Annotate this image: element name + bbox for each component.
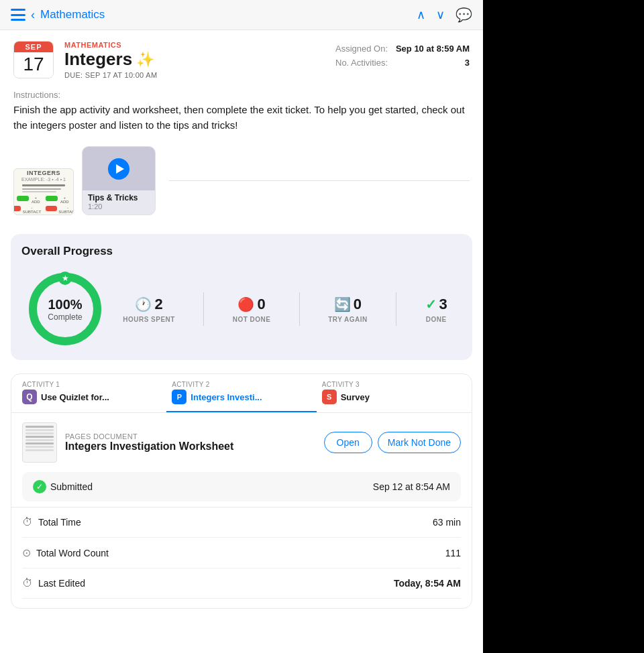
assigned-on-label: Assigned On: (335, 44, 388, 54)
nav-right: ∧ ∨ 💬 (417, 7, 472, 23)
due-date: DUE: SEP 17 AT 10:00 AM (64, 71, 325, 79)
done-value: 3 (439, 296, 447, 313)
tab-activity-2[interactable]: ACTIVITY 2 P Integers Investi... (166, 374, 316, 412)
quizlet-app-icon: Q (22, 390, 37, 404)
word-count-row: ⊙ Total Word Count 111 (22, 538, 461, 569)
total-time-icon: ⏱ (22, 516, 33, 528)
tab-3-icon-title: S Survey (322, 390, 461, 404)
activities-count-row: No. Activities: 3 (335, 58, 470, 68)
video-title: Tips & Tricks (88, 193, 150, 202)
try-again-label: TRY AGAIN (328, 316, 368, 323)
stats-row: 🕐 2 HOURS SPENT 🔴 0 NOT DONE 🔄 (109, 292, 462, 326)
hours-spent-label: HOURS SPENT (123, 316, 175, 323)
tab-2-num: ACTIVITY 2 (172, 381, 311, 388)
hours-spent-stat: 🕐 2 HOURS SPENT (123, 296, 175, 323)
activities-value: 3 (465, 58, 470, 68)
tab-activity-3[interactable]: ACTIVITY 3 S Survey (317, 374, 466, 412)
info-rows: ⏱ Total Time 63 min ⊙ Total Word Count 1… (11, 507, 472, 599)
submitted-label: Submitted (50, 481, 93, 492)
last-edited-value: Today, 8:54 AM (394, 578, 461, 589)
nav-left: ‹ Mathematics (11, 8, 105, 22)
doc-row: PAGES DOCUMENT Integers Investigation Wo… (22, 422, 461, 463)
not-done-label: NOT DONE (233, 316, 271, 323)
total-time-label: Total Time (38, 517, 81, 528)
instructions-label: Instructions: (13, 90, 470, 100)
hours-spent-value: 2 (154, 296, 162, 313)
video-thumbnail (83, 147, 155, 190)
up-chevron-icon[interactable]: ∧ (417, 7, 425, 22)
submitted-check-icon: ✓ (33, 480, 46, 493)
donut-chart: ★ 100% Complete (21, 269, 109, 349)
total-time-row: ⏱ Total Time 63 min (22, 508, 461, 538)
try-again-icon: 🔄 (334, 296, 351, 312)
tab-1-icon-title: Q Use Quizlet for... (22, 390, 161, 404)
not-done-stat: 🔴 0 NOT DONE (233, 296, 271, 323)
donut-complete-label: Complete (48, 312, 82, 322)
donut-percent: 100% (48, 297, 82, 312)
tab-3-num: ACTIVITY 3 (322, 381, 461, 388)
stat-divider-2 (299, 292, 300, 326)
word-count-label-row: ⊙ Total Word Count (22, 546, 109, 559)
integers-poster-attachment[interactable]: INTEGERS EXAMPLE: -3 • -4 • 1 + ADD + AD… (13, 168, 74, 215)
try-again-stat: 🔄 0 TRY AGAIN (328, 296, 368, 323)
calendar-icon: SEP 17 (13, 41, 54, 78)
doc-thumbnail (22, 422, 57, 463)
tab-activity-1[interactable]: ACTIVITY 1 Q Use Quizlet for... (17, 374, 166, 412)
done-label: DONE (426, 316, 447, 323)
sidebar-toggle-icon[interactable] (11, 9, 25, 21)
doc-info: PAGES DOCUMENT Integers Investigation Wo… (65, 432, 316, 453)
total-time-value: 63 min (433, 517, 461, 528)
nav-back-label[interactable]: Mathematics (40, 8, 105, 21)
submitted-time: Sep 12 at 8:54 AM (373, 481, 450, 492)
tab-1-title: Use Quizlet for... (41, 392, 109, 402)
total-time-label-row: ⏱ Total Time (22, 516, 81, 528)
calendar-day: 17 (14, 52, 53, 78)
assignment-title: Integers ✨ (64, 49, 325, 70)
down-chevron-icon[interactable]: ∨ (436, 7, 445, 22)
video-info: Tips & Tricks 1:20 (83, 190, 155, 215)
back-arrow-icon[interactable]: ‹ (31, 8, 35, 22)
try-again-value: 0 (354, 296, 362, 313)
top-nav: ‹ Mathematics ∧ ∨ 💬 (0, 0, 483, 30)
progress-title: Overall Progress (21, 245, 462, 258)
play-button-icon[interactable] (108, 158, 129, 180)
title-text: Integers (64, 49, 132, 70)
tips-tricks-video-attachment[interactable]: Tips & Tricks 1:20 (82, 146, 156, 215)
submitted-badge: ✓ Submitted (33, 480, 93, 493)
done-value-row: ✓ 3 (425, 296, 447, 313)
doc-name: Integers Investigation Worksheet (65, 440, 316, 453)
calendar-month: SEP (14, 42, 53, 52)
done-stat: ✓ 3 DONE (425, 296, 447, 323)
comment-icon[interactable]: 💬 (455, 7, 472, 23)
assignment-header: SEP 17 MATHEMATICS Integers ✨ DUE: SEP 1… (0, 30, 483, 90)
try-again-value-row: 🔄 0 (334, 296, 362, 313)
tab-2-title: Integers Investi... (191, 392, 262, 402)
stat-divider-1 (203, 292, 204, 326)
progress-content: ★ 100% Complete 🕐 2 HOURS SPENT (21, 269, 462, 349)
assigned-on-row: Assigned On: Sep 10 at 8:59 AM (335, 44, 470, 54)
not-done-icon: 🔴 (237, 296, 254, 312)
horizontal-divider (169, 180, 470, 181)
word-count-icon: ⊙ (22, 546, 31, 559)
main-panel: ‹ Mathematics ∧ ∨ 💬 SEP 17 MATHEMATICS I… (0, 0, 483, 653)
activities-tabs: ACTIVITY 1 Q Use Quizlet for... ACTIVITY… (11, 374, 472, 413)
open-button[interactable]: Open (324, 432, 372, 453)
assignment-meta: Assigned On: Sep 10 at 8:59 AM No. Activ… (335, 41, 470, 68)
stat-divider-3 (396, 292, 396, 326)
assigned-on-value: Sep 10 at 8:59 AM (396, 44, 470, 54)
sparkle-icon: ✨ (136, 51, 154, 68)
activities-label: No. Activities: (335, 58, 388, 68)
word-count-value: 111 (445, 548, 461, 558)
pages-app-icon: P (172, 390, 186, 404)
word-count-label: Total Word Count (36, 548, 109, 558)
activity-detail: PAGES DOCUMENT Integers Investigation Wo… (11, 413, 472, 608)
video-duration: 1:20 (88, 202, 150, 211)
activities-section: ACTIVITY 1 Q Use Quizlet for... ACTIVITY… (11, 373, 472, 609)
donut-center: 100% Complete (48, 297, 82, 322)
subject-label: MATHEMATICS (64, 41, 325, 49)
mark-not-done-button[interactable]: Mark Not Done (378, 432, 461, 453)
clock-icon: 🕐 (135, 296, 152, 312)
svg-text:★: ★ (62, 274, 69, 283)
doc-type: PAGES DOCUMENT (65, 432, 316, 440)
last-edited-label-row: ⏱ Last Edited (22, 577, 85, 589)
